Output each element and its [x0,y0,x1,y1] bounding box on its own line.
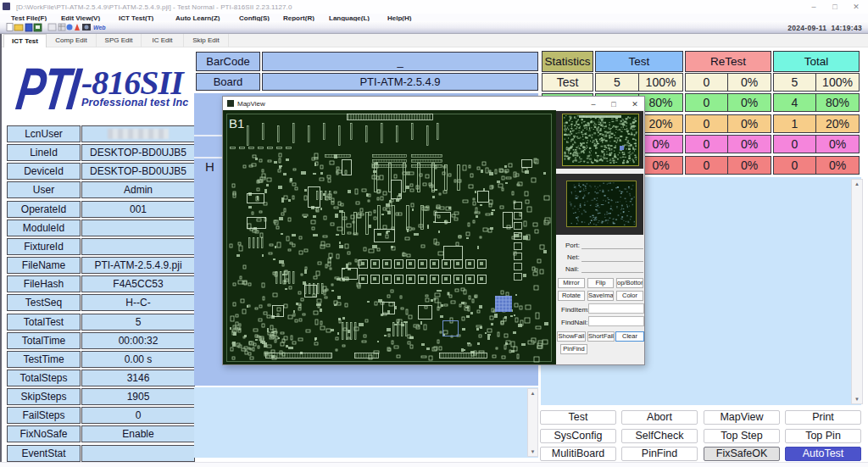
svg-text:Web: Web [93,25,106,31]
svg-text:B1: B1 [229,116,244,131]
